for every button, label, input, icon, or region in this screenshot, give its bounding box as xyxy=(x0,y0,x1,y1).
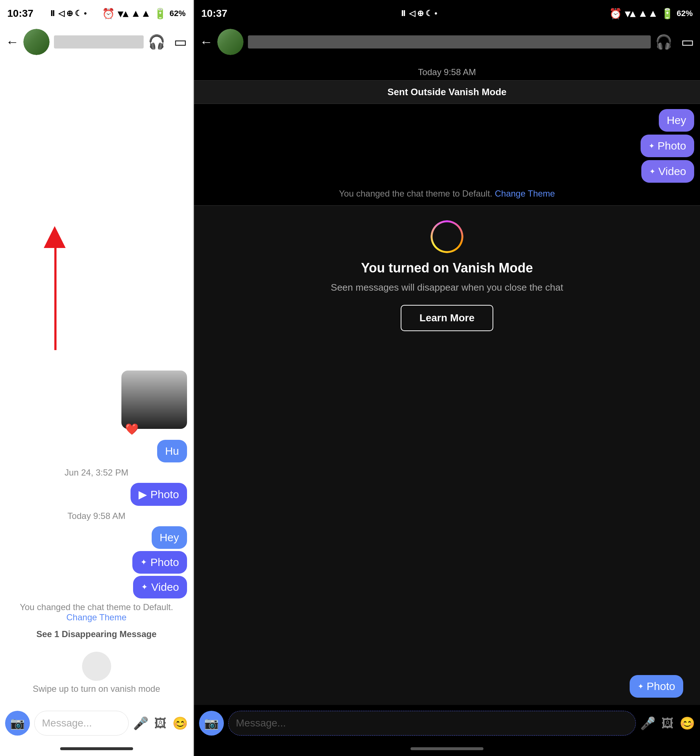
right-panel: 10:37 ⏸ ◁ ⊕ ☾ • ⏰ ▾▴ ▲▲ 🔋 62% ← 🎧 ▭ Toda… xyxy=(194,0,700,756)
vanish-mode-title: You turned on Vanish Mode xyxy=(361,260,533,276)
photo-bubble-right: ✦ Photo xyxy=(641,135,694,157)
hu-bubble: Hu xyxy=(157,440,187,462)
moon-icon: ☾ xyxy=(75,9,82,18)
navigate-icon: ◁ xyxy=(58,9,64,18)
photo-bubble-left: ▶ Photo xyxy=(131,483,187,506)
image-message: ❤️ xyxy=(122,371,187,429)
left-status-bar: 10:37 ⏸ ◁ ⊕ ☾ • ⏰ ▾▴ ▲▲ 🔋 62% xyxy=(0,0,193,25)
left-home-bar xyxy=(60,747,133,750)
avatar xyxy=(23,29,50,55)
timestamp-today: Today 9:58 AM xyxy=(6,508,187,524)
dot-icon: • xyxy=(84,9,87,18)
change-theme-link-right[interactable]: Change Theme xyxy=(495,189,555,199)
right-status-bar: 10:37 ⏸ ◁ ⊕ ☾ • ⏰ ▾▴ ▲▲ 🔋 62% xyxy=(194,0,700,25)
right-timestamp: Today 9:58 AM xyxy=(201,64,693,80)
navigate-icon-r: ◁ xyxy=(409,9,415,18)
pause-icon: ⏸ xyxy=(48,9,56,18)
sticker-icon-left[interactable]: 😊 xyxy=(172,716,188,731)
video-bubble-right: ✦ Video xyxy=(641,160,694,183)
header-icons: 🎧 ▭ xyxy=(148,34,187,50)
avatar-right xyxy=(217,29,244,55)
battery-icon-r: 🔋 xyxy=(661,8,674,20)
video-icon-right[interactable]: ▭ xyxy=(681,34,694,50)
photo-label2: Photo xyxy=(151,556,179,568)
right-home-bar xyxy=(411,747,483,750)
sparkle-icon: ✦ xyxy=(141,557,147,567)
red-arrow xyxy=(44,226,66,365)
moon-icon-r: ☾ xyxy=(425,9,433,18)
vanish-separator: Sent Outside Vanish Mode xyxy=(194,80,700,104)
timestamp-jun24: Jun 24, 3:52 PM xyxy=(6,465,187,481)
photo-label: Photo xyxy=(151,488,179,501)
learn-more-button[interactable]: Learn More xyxy=(401,305,494,331)
alarm-icon-r: ⏰ xyxy=(609,8,622,20)
contact-name-bar xyxy=(54,35,144,49)
sparkle-r2: ✦ xyxy=(649,167,656,176)
mic-icon-left[interactable]: 🎤 xyxy=(133,716,148,731)
camera-button-right[interactable]: 📷 xyxy=(199,711,224,736)
left-home-indicator xyxy=(0,742,193,756)
left-input-bar: 📷 Message... 🎤 🖼 😊 xyxy=(0,705,193,742)
right-status-icons: ⏸ ◁ ⊕ ☾ • xyxy=(399,9,438,18)
left-input-icons: 🎤 🖼 😊 xyxy=(133,716,188,731)
hey-bubble-left: Hey xyxy=(152,526,187,549)
swipe-indicator: Swipe up to turn on vanish mode xyxy=(6,645,187,701)
right-input-icons: 🎤 🖼 😊 xyxy=(640,716,695,731)
message-placeholder-left: Message... xyxy=(42,717,92,729)
vanish-mode-icon xyxy=(431,220,463,253)
alarm-icon: ⏰ xyxy=(102,8,115,20)
left-panel: 10:37 ⏸ ◁ ⊕ ☾ • ⏰ ▾▴ ▲▲ 🔋 62% ← 🎧 ▭ xyxy=(0,0,193,756)
back-button[interactable]: ← xyxy=(6,34,19,50)
battery-text-r: 62% xyxy=(677,9,693,18)
heart-reaction: ❤️ xyxy=(125,423,139,435)
camera-button[interactable]: 📷 xyxy=(5,711,30,736)
signal-icon: ▲▲ xyxy=(131,8,151,19)
sparkle-v: ✦ xyxy=(638,682,644,691)
left-status-icons: ⏸ ◁ ⊕ ☾ • xyxy=(48,9,87,18)
header-icons-right: 🎧 ▭ xyxy=(655,34,694,50)
dot-icon-r: • xyxy=(434,9,438,18)
change-theme-link-left[interactable]: Change Theme xyxy=(66,612,127,622)
mic-icon-right[interactable]: 🎤 xyxy=(640,716,656,731)
wifi-icon-r: ▾▴ xyxy=(625,8,635,20)
right-input-bar: 📷 Message... 🎤 🖼 😊 xyxy=(194,705,700,742)
left-messages-area: ❤️ Hu Jun 24, 3:52 PM ▶ Photo Today 9:58… xyxy=(0,58,193,705)
battery-text: 62% xyxy=(170,9,186,18)
right-top-messages: Today 9:58 AM xyxy=(194,58,700,80)
sparkle-icon2: ✦ xyxy=(141,582,148,592)
back-button-right[interactable]: ← xyxy=(200,34,213,50)
sparkle-r1: ✦ xyxy=(648,141,655,150)
video-icon[interactable]: ▭ xyxy=(174,34,187,50)
swipe-circle xyxy=(82,652,111,681)
signal-icon-r: ▲▲ xyxy=(638,8,658,19)
pause-icon-r: ⏸ xyxy=(399,9,407,18)
message-input-left[interactable]: Message... xyxy=(34,711,129,736)
photo-bubble2-left: ✦ Photo xyxy=(132,551,187,574)
left-chat-header: ← 🎧 ▭ xyxy=(0,25,193,58)
right-home-indicator xyxy=(194,742,700,756)
hey-bubble-right: Hey xyxy=(659,109,694,131)
sent-outside-messages: Hey ✦ Photo ✦ Video You changed the chat… xyxy=(194,104,700,206)
vanish-mode-subtitle: Seen messages will disappear when you cl… xyxy=(331,281,563,294)
disappearing-msg: See 1 Disappearing Message xyxy=(6,626,187,642)
right-time: 10:37 xyxy=(201,8,228,19)
gallery-icon-left[interactable]: 🖼 xyxy=(154,716,167,731)
photo-bubble-vanish: ✦ Photo xyxy=(630,675,689,698)
swipe-text: Swipe up to turn on vanish mode xyxy=(33,684,161,694)
system-msg-right: You changed the chat theme to Default. C… xyxy=(339,186,555,200)
right-right-status: ⏰ ▾▴ ▲▲ 🔋 62% xyxy=(609,8,693,20)
alert-icon-r: ⊕ xyxy=(417,9,423,18)
video-bubble-left: ✦ Video xyxy=(133,576,187,598)
call-icon-right[interactable]: 🎧 xyxy=(655,34,672,50)
video-label: Video xyxy=(151,581,179,593)
left-right-status: ⏰ ▾▴ ▲▲ 🔋 62% xyxy=(102,8,186,20)
play-icon: ▶ xyxy=(139,488,147,501)
call-icon[interactable]: 🎧 xyxy=(148,34,165,50)
message-placeholder-right: Message... xyxy=(236,717,286,729)
wifi-icon: ▾▴ xyxy=(118,8,128,20)
vanish-mode-section: You turned on Vanish Mode Seen messages … xyxy=(194,206,700,705)
sticker-icon-right[interactable]: 😊 xyxy=(680,716,695,731)
left-time: 10:37 xyxy=(7,8,34,19)
gallery-icon-right[interactable]: 🖼 xyxy=(661,716,674,731)
message-input-right[interactable]: Message... xyxy=(228,711,636,736)
